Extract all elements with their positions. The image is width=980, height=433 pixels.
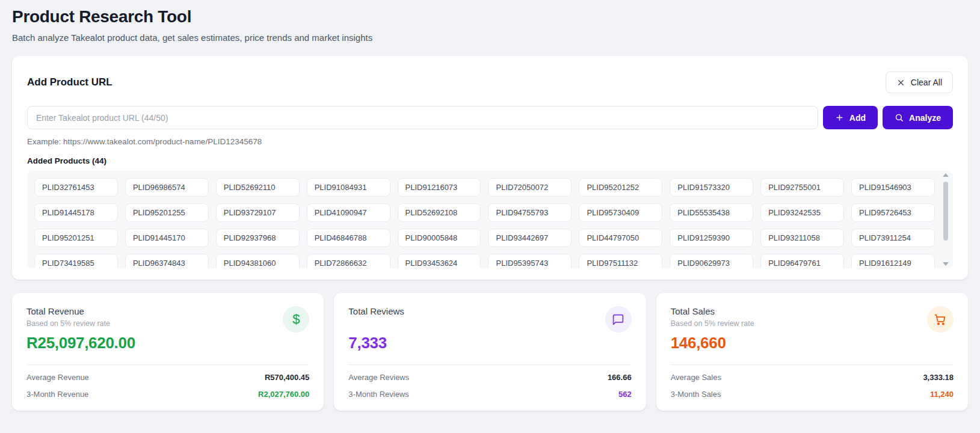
- product-plid: PLID91546903: [859, 183, 911, 192]
- add-product-card: Add Product URL Clear All Add Analyz: [12, 56, 968, 280]
- product-plid-chip[interactable]: PLID97511132: [579, 254, 662, 268]
- product-plid-chip[interactable]: PLID41090947: [307, 203, 390, 222]
- scrollbar-thumb[interactable]: [943, 182, 948, 241]
- product-plid-chip[interactable]: PLID93729107: [216, 203, 300, 222]
- dollar-icon: $: [283, 306, 309, 333]
- product-plid: PLID95726453: [859, 208, 911, 217]
- product-plid: PLID92937968: [224, 233, 276, 242]
- product-plid: PLID93242535: [768, 208, 821, 217]
- product-plid-chip[interactable]: PLID91445178: [34, 203, 118, 222]
- product-plid-chip[interactable]: PLID95201255: [125, 203, 209, 222]
- clear-all-label: Clear All: [911, 78, 942, 87]
- added-products-panel: PLID32761453 PLID96986574 PLID52692110 P…: [27, 171, 953, 268]
- product-plid: PLID93442697: [496, 233, 548, 242]
- product-plid: PLID94755793: [496, 208, 548, 217]
- product-plid-chip[interactable]: PLID95726453: [851, 203, 935, 222]
- product-plid-chip[interactable]: PLID91259390: [670, 229, 753, 247]
- revenue-title: Total Revenue: [26, 306, 135, 316]
- scroll-down-icon[interactable]: [943, 262, 949, 266]
- plus-icon: [835, 113, 844, 122]
- product-plid-chip[interactable]: PLID90629973: [670, 254, 753, 268]
- stats-row: Total Revenue Based on 5% review rate R2…: [12, 293, 968, 411]
- product-plid-chip[interactable]: PLID93242535: [760, 203, 844, 222]
- product-plid: PLID97511132: [587, 259, 638, 268]
- products-scrollbar[interactable]: [942, 173, 949, 266]
- product-plid-chip[interactable]: PLID52692110: [216, 178, 300, 197]
- product-plid: PLID91216073: [405, 183, 458, 192]
- product-plid-chip[interactable]: PLID95395743: [488, 254, 572, 268]
- add-button-label: Add: [849, 113, 866, 123]
- product-plid-chip[interactable]: PLID91546903: [851, 178, 935, 197]
- page-title: Product Research Tool: [12, 7, 968, 26]
- total-revenue-card: Total Revenue Based on 5% review rate R2…: [12, 293, 324, 411]
- divider: [348, 364, 631, 365]
- product-plid-chip[interactable]: PLID96986574: [125, 178, 209, 197]
- product-plid-chip[interactable]: PLID44797050: [579, 229, 662, 247]
- product-plid: PLID96479761: [768, 259, 821, 268]
- product-plid-chip[interactable]: PLID94755793: [488, 203, 572, 222]
- product-plid: PLID90629973: [677, 259, 730, 268]
- product-plid-chip[interactable]: PLID95730409: [579, 203, 662, 222]
- product-plid-chip[interactable]: PLID93442697: [488, 229, 572, 247]
- product-plid: PLID93211058: [768, 233, 820, 242]
- product-plid-chip[interactable]: PLID32761453: [34, 178, 118, 197]
- add-button[interactable]: Add: [823, 106, 878, 129]
- product-plid-chip[interactable]: PLID92937968: [216, 229, 300, 247]
- product-plid-chip[interactable]: PLID73911254: [851, 229, 935, 247]
- page-subtitle: Batch analyze Takealot product data, get…: [12, 32, 968, 43]
- product-plid: PLID52692110: [224, 183, 276, 192]
- average-revenue-value: R570,400.45: [265, 373, 309, 382]
- product-plid-chip[interactable]: PLID91612149: [851, 254, 935, 268]
- divider: [671, 364, 954, 365]
- product-plid: PLID95395743: [496, 259, 548, 268]
- clear-all-button[interactable]: Clear All: [886, 72, 953, 93]
- product-plid-chip[interactable]: PLID55535438: [670, 203, 753, 222]
- total-reviews-card: Total Reviews 7,333 Average Reviews 166.…: [334, 293, 646, 411]
- product-plid-chip[interactable]: PLID96479761: [760, 254, 844, 268]
- analyze-button[interactable]: Analyze: [883, 106, 953, 129]
- three-month-sales-value: 11,240: [930, 390, 954, 399]
- product-plid: PLID91084931: [315, 183, 367, 192]
- product-plid-chip[interactable]: PLID95201252: [579, 178, 662, 197]
- scroll-up-icon[interactable]: [943, 173, 949, 177]
- average-reviews-label: Average Reviews: [348, 373, 409, 382]
- product-plid: PLID90005848: [405, 233, 458, 242]
- product-plid-chip[interactable]: PLID91445170: [125, 229, 209, 247]
- product-plid-chip[interactable]: PLID72866632: [307, 254, 390, 268]
- product-plid: PLID96986574: [133, 183, 185, 192]
- product-plid: PLID95201255: [133, 208, 185, 217]
- product-plid-chip[interactable]: PLID91573320: [670, 178, 753, 197]
- product-plid-chip[interactable]: PLID92755001: [760, 178, 844, 197]
- added-products-list: PLID32761453 PLID96986574 PLID52692110 P…: [34, 178, 935, 268]
- product-plid-chip[interactable]: PLID52692108: [398, 203, 481, 222]
- product-plid-chip[interactable]: PLID72050072: [488, 178, 572, 197]
- product-plid: PLID91612149: [859, 259, 911, 268]
- product-plid: PLID32761453: [42, 183, 94, 192]
- product-plid-chip[interactable]: PLID96374843: [125, 254, 209, 268]
- add-product-title: Add Product URL: [27, 76, 112, 88]
- product-plid: PLID73911254: [859, 233, 911, 242]
- url-example-text: Example: https://www.takealot.com/produc…: [27, 137, 953, 146]
- product-plid-chip[interactable]: PLID93453624: [398, 254, 481, 268]
- product-plid: PLID55535438: [677, 208, 730, 217]
- product-plid: PLID91259390: [677, 233, 730, 242]
- product-url-input[interactable]: [27, 106, 818, 129]
- product-plid-chip[interactable]: PLID94381060: [216, 254, 300, 268]
- product-plid-chip[interactable]: PLID91084931: [307, 178, 390, 197]
- three-month-revenue-label: 3-Month Revenue: [26, 390, 88, 399]
- product-plid: PLID96374843: [133, 259, 185, 268]
- product-plid-chip[interactable]: PLID73419585: [34, 254, 118, 268]
- three-month-reviews-value: 562: [618, 390, 632, 399]
- product-plid-chip[interactable]: PLID91216073: [398, 178, 481, 197]
- product-plid: PLID91445170: [133, 233, 185, 242]
- sales-value: 146,660: [671, 334, 754, 352]
- average-reviews-value: 166.66: [608, 373, 632, 382]
- product-plid-chip[interactable]: PLID95201251: [34, 229, 118, 247]
- page: Product Research Tool Batch analyze Take…: [0, 0, 980, 418]
- product-plid-chip[interactable]: PLID46846788: [307, 229, 390, 247]
- product-plid: PLID72050072: [496, 183, 548, 192]
- sales-subtitle: Based on 5% review rate: [671, 319, 754, 328]
- close-icon: [896, 78, 905, 87]
- product-plid-chip[interactable]: PLID93211058: [760, 229, 844, 247]
- product-plid-chip[interactable]: PLID90005848: [398, 229, 481, 247]
